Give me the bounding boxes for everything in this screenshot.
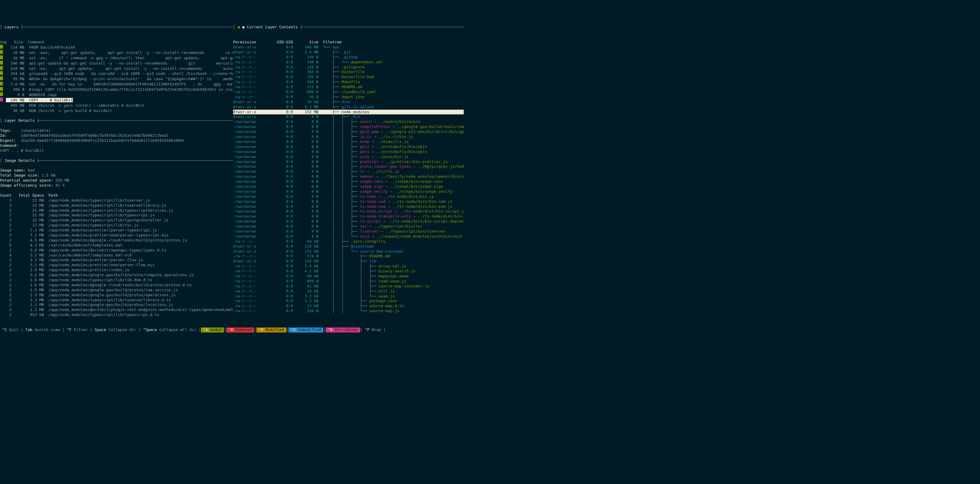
layer-row[interactable]: 16 MB set -eux; apt-get update; apt-get … [0, 50, 233, 56]
filetree-row[interactable]: -rw-r--r-- 0:0 699 B │ │ │ ├── read-wasm… [233, 279, 464, 284]
filetree-row[interactable]: -rwxrwxrwx 0:0 0 B │ │ ├── pbts → ../pro… [233, 149, 464, 154]
filetree-row[interactable]: -rw-r--r-- 0:0 256 B │ │ └── source-map.… [233, 309, 464, 314]
layer-row[interactable]: 510 MB set -ex; apt-get update; apt-get … [0, 66, 233, 71]
footer-bar: ^C Quit | Tab Switch view | ^F Filter | … [0, 327, 464, 333]
filetree-row[interactable]: drwxr-xr-x 0:0 116 kB │ │ ├── lib [233, 259, 464, 264]
filetree-row[interactable]: -rwxrwxrwx 0:0 0 B │ │ ├── ts-node-esm →… [233, 204, 464, 209]
footer-hint: ^R Removed [226, 327, 254, 333]
filetree-row[interactable]: -rw-r--r-- 0:0 204 B ├── Makefile [233, 79, 464, 85]
cmp-bar-icon [0, 92, 3, 96]
filetree-row[interactable]: -rwxrwxrwx 0:0 0 B │ │ ├── semver → ../f… [233, 174, 464, 179]
wasted-row: 2 2.2 MB /app/node_modules/google-gax/bu… [0, 273, 233, 278]
wasted-row: 4 3.2 MB /var/cache/debconf/templates.da… [0, 253, 233, 258]
filetree-row[interactable]: -rwxrwxrwx 0:0 0 B │ │ ├── prettier → ..… [233, 159, 464, 165]
layer-row[interactable]: 334 kB groupadd --gid 1000 node && usera… [0, 71, 233, 76]
filetree-row[interactable]: drwxr-xr-x 0:0 0 B │ ├── .bin [233, 114, 464, 119]
wasted-row: 2 1.3 MB /app/node_modules/typescript/li… [0, 298, 233, 303]
wasted-row: 2 952 kB /app/node_modules/typescript/li… [0, 313, 233, 317]
filetree[interactable]: Permission UID:GID Size Filetreedrwxr-xr… [233, 40, 464, 317]
cmp-bar-icon [0, 66, 3, 70]
filetree-row[interactable]: -rwxrwxrwx 0:0 0 B │ │ ├── mime → ../mim… [233, 140, 464, 144]
layer-row[interactable]: 95 MB ARCH= && dpkgArch="$(dpkg --print-… [0, 76, 233, 82]
filetree-row[interactable]: -rwxrwxrwx 0:0 0 B │ │ ├── acorn → ../ac… [233, 119, 464, 124]
filetree-row[interactable]: -rwxrwxrwx 0:0 0 B │ │ ├── proto-loader-… [233, 164, 464, 169]
filetree-row[interactable]: -rwxrwxrwx 0:0 0 B │ │ ├── ts-script → .… [233, 219, 464, 224]
filetree-row[interactable]: -rwxrwxrwx 0:0 0 B │ │ ├── pbjs → ../pro… [233, 144, 464, 149]
wasted-row: 2 1.6 MB /app/node_modules/typescript/li… [0, 278, 233, 282]
filetree-row[interactable]: drwxr-xr-x 0:0 132 MB ├── node_modules [233, 109, 464, 115]
contents-title: ● Current Layer Contents [242, 25, 298, 29]
cmp-bar-icon [0, 45, 3, 49]
wasted-row: 2 1.2 MB /app/node_modules/google-gax/bu… [0, 302, 233, 308]
filetree-row[interactable]: drwxr-xr-x 0:0 176 kB │ ├── @cspotcode [233, 244, 464, 249]
footer-hint: ^B Attributes [326, 327, 360, 333]
filetree-row[interactable]: -rw-r--r-- 0:0 41 kB │ │ │ ├── source-ma… [233, 284, 464, 289]
wasted-row: 2 1.2 MB /app/node_modules/@octokit/plug… [0, 308, 233, 313]
filetree-row[interactable]: -rwxrwxrwx 0:0 0 B │ │ ├── ts-node-trans… [233, 214, 464, 219]
layers-list[interactable]: Cmp Size Command 114 MB FROM bacc5c40fbc… [0, 40, 233, 317]
cmp-bar-icon [0, 87, 3, 91]
wasted-row: 2 4.5 MB /app/node_modules/@google-cloud… [0, 238, 233, 243]
layer-row[interactable]: 114 MB FROM bacc5c40fbce164 [0, 45, 233, 50]
filetree-row[interactable]: -rw-r--r-- 0:0 140 B │ └── dependabot.ym… [233, 60, 464, 65]
wasted-row: 2 7.1 MB /app/node_modules/prettier/pars… [0, 228, 233, 233]
filetree-row[interactable]: -rw-r--r-- 0:0 140 B ├── .github [233, 55, 464, 60]
filetree-row[interactable]: -rw-r--r-- 0:0 64 kB │ ├── .yarn-integri… [233, 239, 464, 244]
filetree-row[interactable]: drwxr-xr-x 0:0 9.3 MB ├── gifs-to-upload [233, 105, 464, 109]
cmp-bar-icon [0, 61, 3, 65]
filetree-row[interactable]: -rwxrwxrwx 0:0 0 B │ │ ├── ts-node-scrip… [233, 209, 464, 214]
wasted-row: 2 1.6 MB /app/node_modules/@google-cloud… [0, 282, 233, 288]
layer-row[interactable]: 0 B WORKDIR /app [0, 92, 233, 98]
cmp-bar-icon [0, 98, 3, 102]
image-details-title: Image Details [5, 158, 35, 163]
layer-row[interactable]: 30 kB RUN /bin/sh -c yarn build # buildk… [0, 108, 233, 113]
filetree-row[interactable]: -rw-r--r-- 0:0 13 kB │ │ ├── source-map.… [233, 304, 464, 309]
filetree-row[interactable]: -rw-r--r-- 0:0 3.3 kB │ │ │ └── wasm.js [233, 294, 464, 299]
footer-hint: ^A Added [201, 327, 224, 333]
filetree-row[interactable]: -rw-r--r-- 0:0 111 B ├── README.md [233, 85, 464, 90]
filetree-row[interactable]: -rwxrwxrwx 0:0 0 B │ │ ├── sshpk-conv → … [233, 179, 464, 184]
wasted-row: 2 12 MB /app/node_modules/typescript/lib… [0, 223, 233, 228]
filetree-row[interactable]: -rw-r--r-- 0:0 3.3 kB │ │ ├── package.js… [233, 298, 464, 304]
layer-row[interactable]: 445 MB RUN /bin/sh -c yarn install --imm… [0, 103, 233, 108]
filetree-row[interactable]: -rw-r--r-- 0:0 4.2 kB │ │ │ ├── binary-s… [233, 269, 464, 274]
filetree-row[interactable]: -rw-r--r-- 0:0 2.4 kB │ │ │ ├── array-se… [233, 264, 464, 269]
filetree-row[interactable]: -rwxrwxrwx 0:0 0 B │ │ ├── sshpk-sign → … [233, 184, 464, 189]
filetree-row[interactable]: drwxr-xr-x 0:0 133 kB │ │ └── source-map… [233, 249, 464, 254]
filetree-row[interactable]: -rwxrwxrwx 0:0 0 B │ │ ├── tsc → ../type… [233, 224, 464, 229]
layer-row[interactable]: 145 MB COPY . . # buildkit [0, 98, 233, 103]
layer-row[interactable]: 388 B #(nop) COPY file:4d192565a7220e135… [0, 87, 233, 92]
filetree-row[interactable]: -rw-r--r-- 0:0 383 B ├── Dockerfile [233, 70, 464, 75]
layer-row[interactable]: 146 MB apt-get update && apt-get install… [0, 61, 233, 66]
filetree-row[interactable]: -rwxrwxrwx 0:0 0 B │ │ ├── rc → ../rc/cl… [233, 169, 464, 174]
filetree-row[interactable]: -rwxrwxrwx 0:0 0 B │ │ ├── ts-node-cwd →… [233, 199, 464, 204]
footer-hint: ^F Filter [65, 327, 90, 333]
filetree-row[interactable]: -rwxrwxrwx 0:0 0 B │ │ ├── ts-node → ../… [233, 194, 464, 199]
filetree-row[interactable]: -rwxrwxrwx 0:0 0 B │ │ ├── tsserver → ..… [233, 229, 464, 234]
footer-hint: Space Collapse dir [92, 327, 138, 333]
contents-panel-title: │ ● ● Current Layer Contents ├──────────… [233, 25, 464, 30]
filetree-row[interactable]: -rw-r--r-- 0:0 698 B ├── cloudbuild.yaml [233, 90, 464, 95]
filetree-row[interactable]: -rwxrwxrwx 0:0 0 B │ │ ├── compileProtos… [233, 124, 464, 129]
filetree-row[interactable]: drwxr-xr-x 0:0 3.4 MB ├── .git [233, 50, 464, 55]
filetree-row[interactable]: -rwxrwxrwx 0:0 0 B │ │ ├── sshpk-verify … [233, 189, 464, 194]
filetree-row[interactable]: -rwxrwxrwx 0:0 0 B │ │ └── uuid → ../req… [233, 234, 464, 239]
col-size: Size [14, 40, 23, 44]
active-dot-icon: ● [238, 25, 240, 29]
filetree-row[interactable]: -rw-r--r-- 0:0 141 B ├── .gitignore [233, 65, 464, 70]
filetree-row[interactable]: -rw-r--r-- 0:0 14 kB │ │ │ ├── util.js [233, 289, 464, 294]
filetree-row[interactable]: -rwxrwxrwx 0:0 0 B │ │ ├── is-ci → ../is… [233, 135, 464, 140]
filetree-row[interactable]: -rw-r--r-- 0:0 49 kB │ │ │ ├── mappings.… [233, 274, 464, 279]
filetree-row[interactable]: -rw-r--r-- 0:0 374 B │ │ ├── README.md [233, 254, 464, 259]
filetree-row[interactable]: drwxr-xr-x 0:0 30 kB ├── dist [233, 100, 464, 105]
layer-row[interactable]: 7.6 MB set -ex && for key in 6A010C51660… [0, 82, 233, 87]
filetree-row[interactable]: -rw-r--r-- 0:0 36 B ├── depot.json [233, 95, 464, 100]
filetree-row[interactable]: -rw-r--r-- 0:0 135 B ├── Dockerfile-bad [233, 75, 464, 79]
wasted-row: 2 22 MB /app/node_modules/typescript/lib… [0, 198, 233, 203]
layer-row[interactable]: 18 MB set -ex; if ! command -v gpg > /de… [0, 56, 233, 61]
filetree-row[interactable]: -rwxrwxrwx 0:0 0 B │ │ ├── pino → ../pin… [233, 154, 464, 159]
wasted-row: 2 21 MB /app/node_modules/typescript/lib… [0, 208, 233, 213]
filetree-row[interactable]: drwxr-xr-x 0:0 145 MB └── app [233, 45, 464, 50]
filetree-row[interactable]: -rwxrwxrwx 0:0 0 B │ │ ├── gp12-pem → ..… [233, 129, 464, 135]
cmp-bar-icon [0, 82, 3, 86]
